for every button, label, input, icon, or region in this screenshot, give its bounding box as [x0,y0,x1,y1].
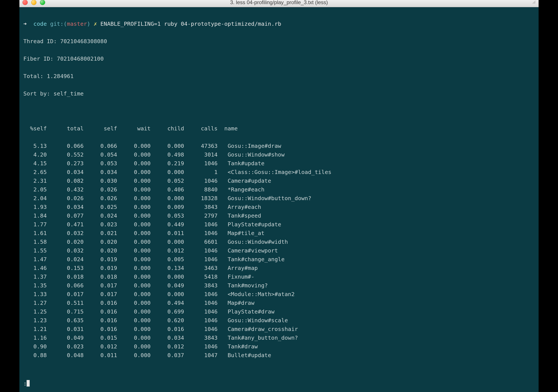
table-row: 2.04 0.026 0.026 0.000 0.000 18328 Gosu:… [23,194,535,203]
column-header-row: %self total self wait child calls name [23,124,535,133]
table-row: 2.05 0.432 0.026 0.000 0.406 8840 *Range… [23,185,535,194]
table-row: 1.27 0.511 0.016 0.000 0.494 1046 Map#dr… [23,298,535,307]
total-label: Total: [23,73,44,79]
total-value: 1.284961 [47,73,73,79]
table-row: 1.55 0.032 0.020 0.000 0.012 1046 Camera… [23,246,535,255]
table-row: 1.21 0.031 0.016 0.000 0.016 1046 Camera… [23,325,535,333]
table-row: 1.23 0.635 0.016 0.000 0.620 1046 Gosu::… [23,316,535,325]
profile-table: 5.13 0.066 0.066 0.000 0.000 47363 Gosu:… [23,142,535,359]
fiber-id-line: Fiber ID: 70210468002100 [23,54,535,63]
table-row: 1.37 0.018 0.018 0.000 0.000 5418 Fixnum… [23,272,535,281]
table-row: 1.61 0.032 0.021 0.000 0.011 1046 Map#ti… [23,229,535,238]
shell-prompt-line: ➜ code git:(master) ✗ ENABLE_PROFILING=1… [23,19,535,28]
total-line: Total: 1.284961 [23,72,535,80]
fiber-id-label: Fiber ID: [23,55,53,62]
table-row: 2.65 0.034 0.034 0.000 0.000 1 <Class::G… [23,168,535,176]
traffic-lights [22,0,45,5]
prompt-cwd: code [33,20,47,27]
pager-prompt: : [23,379,30,388]
terminal-window: 3. less 04-profiling/play_profile_3.txt … [19,0,539,392]
table-row: 2.31 0.082 0.030 0.000 0.052 1046 Camera… [23,176,535,185]
prompt-command: ENABLE_PROFILING=1 ruby 04-prototype-opt… [100,20,281,27]
table-row: 0.88 0.048 0.011 0.000 0.037 1047 Bullet… [23,351,535,359]
table-row: 1.93 0.034 0.025 0.000 0.009 3843 Array#… [23,203,535,211]
titlebar: 3. less 04-profiling/play_profile_3.txt … [19,0,539,7]
minimize-icon[interactable] [31,0,36,5]
sort-by-label: Sort by: [23,90,50,97]
zoom-icon[interactable] [40,0,45,5]
sort-by-line: Sort by: self_time [23,89,535,98]
table-row: 1.46 0.153 0.019 0.000 0.134 3463 Array#… [23,264,535,272]
prompt-branch: master [67,20,87,27]
prompt-git-prefix: git:( [50,20,67,27]
table-row: 5.13 0.066 0.066 0.000 0.000 47363 Gosu:… [23,142,535,150]
table-row: 1.58 0.020 0.020 0.000 0.000 6601 Gosu::… [23,238,535,246]
pager-colon: : [23,380,27,387]
fiber-id-value: 70210468002100 [57,55,104,62]
prompt-git-suffix: ) [87,20,90,27]
table-row: 0.90 0.023 0.012 0.000 0.012 1046 Tank#d… [23,342,535,351]
table-row: 1.84 0.077 0.024 0.000 0.053 2797 Tank#s… [23,211,535,220]
cursor-icon [27,380,30,387]
table-row: 4.20 0.552 0.054 0.000 0.498 3014 Gosu::… [23,150,535,159]
table-row: 1.16 0.049 0.015 0.000 0.034 3843 Tank#a… [23,333,535,342]
prompt-dirty-icon: ✗ [94,20,97,27]
table-row: 4.15 0.273 0.053 0.000 0.219 1046 Tank#u… [23,159,535,168]
table-row: 1.77 0.471 0.023 0.000 0.449 1046 PlaySt… [23,220,535,229]
resize-icon [532,0,536,5]
close-icon[interactable] [22,0,28,5]
prompt-arrow-icon: ➜ [23,20,27,27]
table-row: 1.47 0.024 0.019 0.000 0.005 1046 Tank#c… [23,255,535,264]
table-row: 1.25 0.715 0.016 0.000 0.699 1046 PlaySt… [23,307,535,316]
thread-id-label: Thread ID: [23,38,57,44]
thread-id-line: Thread ID: 70210468308080 [23,37,535,46]
window-title: 3. less 04-profiling/play_profile_3.txt … [19,0,539,5]
thread-id-value: 70210468308080 [60,38,107,44]
table-row: 1.35 0.066 0.017 0.000 0.049 3843 Tank#m… [23,281,535,290]
sort-by-value: self_time [53,90,84,97]
table-row: 1.33 0.017 0.017 0.000 0.000 1046 <Modul… [23,290,535,298]
terminal-body[interactable]: ➜ code git:(master) ✗ ENABLE_PROFILING=1… [19,7,539,392]
blank-line [23,107,535,115]
